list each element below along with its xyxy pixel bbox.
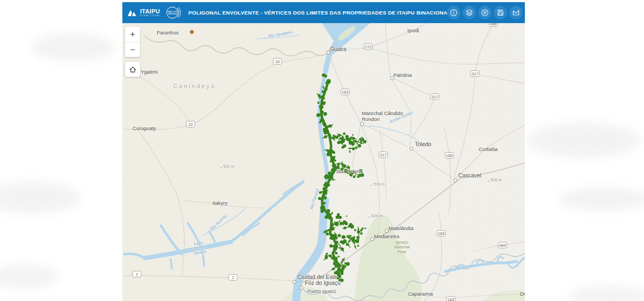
background-smudge	[0, 182, 80, 214]
energia-badge: MAIS QUE ENERGIA	[165, 5, 181, 20]
draw-polygon-icon	[512, 9, 520, 17]
background-smudge	[526, 123, 641, 158]
background-smudge	[31, 33, 116, 61]
itaipu-logo: ITAIPU BINACIONAL MAIS QUE ENERGIA	[122, 5, 181, 20]
app-window: ITAIPU BINACIONAL MAIS QUE ENERGIA POLIG…	[122, 2, 525, 301]
info-icon	[450, 9, 458, 17]
draw-polygon-button[interactable]	[509, 6, 523, 19]
logo-name: ITAIPU	[140, 9, 161, 15]
legend-button[interactable]	[478, 6, 492, 19]
zoom-control: + −	[125, 27, 140, 57]
legend-icon	[481, 9, 489, 17]
zoom-in-button[interactable]: +	[125, 27, 140, 42]
energia-badge-art: MAIS QUE ENERGIA	[165, 5, 181, 20]
home-extent-button[interactable]	[125, 62, 140, 77]
background-smudge	[569, 286, 644, 301]
save-button[interactable]	[494, 6, 507, 19]
zoom-out-button[interactable]: −	[125, 42, 140, 57]
logo-subname: BINACIONAL	[140, 15, 161, 17]
info-button[interactable]	[447, 6, 460, 19]
page-title: POLIGONAL ENVOLVENTE - VÉRTICES DOS LIMI…	[188, 10, 447, 16]
itaipu-logo-mark	[127, 9, 138, 17]
background-smudge	[558, 187, 644, 211]
home-icon	[129, 66, 137, 74]
svg-text:MAIS QUE: MAIS QUE	[167, 11, 177, 13]
header-toolbar	[447, 6, 525, 19]
basemap-art	[122, 23, 525, 301]
layers-icon	[465, 9, 473, 17]
terrain-texture	[122, 23, 525, 301]
svg-text:ENERGIA: ENERGIA	[168, 13, 177, 15]
app-header: ITAIPU BINACIONAL MAIS QUE ENERGIA POLIG…	[122, 2, 525, 23]
layers-button[interactable]	[463, 6, 476, 19]
background-smudge	[0, 264, 59, 289]
save-icon	[496, 9, 504, 17]
map-canvas[interactable]: ParanhosVilla YgatimiCuruguatyItakyryGua…	[122, 23, 525, 301]
